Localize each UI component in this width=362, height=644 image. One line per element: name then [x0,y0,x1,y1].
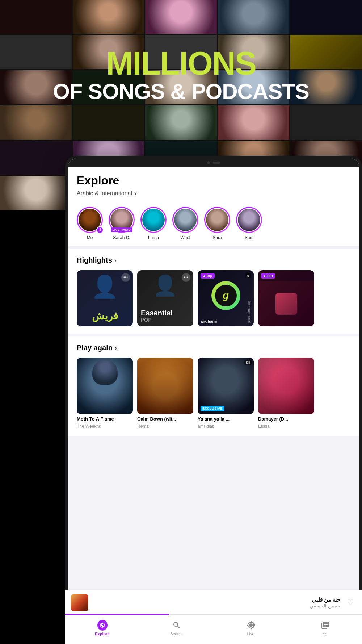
nav-item-explore[interactable]: Explore [65,620,139,636]
highlights-card-essential[interactable]: 👤 Essential POP ••• [137,270,193,326]
play-card-artist-weeknd: The Weeknd [77,424,133,429]
play-card-rema[interactable]: Calm Down (wit... Rema [137,358,193,429]
story-avatar-sara [206,209,228,231]
bg-cell-16 [0,105,72,139]
top4-visual [258,281,314,326]
bg-cell-6 [0,35,72,69]
anghami-label: anghami [201,319,217,323]
bg-cell-26 [0,176,72,210]
now-playing-bar[interactable]: حته من قلبي حسين الجسمي ♡ [65,590,362,615]
now-playing-thumbnail [71,594,88,611]
tablet-mic [213,162,220,164]
bottom-nav: Explore Search Live Yo [65,615,362,644]
top4-badge: top [261,273,275,279]
bg-cell-13 [145,70,217,104]
essential-content: 👤 Essential POP [141,274,190,323]
bg-cell-5 [290,0,362,34]
bg-cell-17 [73,105,144,139]
anghami-logo-inner: g [215,285,237,306]
play-card-elissa[interactable]: Damayer (D... Elissa [258,358,314,429]
highlights-card-fresh[interactable]: 👤 فريش ••• [77,270,133,326]
play-again-title: Play again [77,344,113,352]
highlights-card-anghami[interactable]: top g anghami international q [198,270,254,326]
bg-cell-20 [290,105,362,139]
bg-cell-3 [145,0,217,34]
story-name-me: Me [87,235,93,240]
fresh-arabic-text: فريش [77,310,133,322]
story-sam[interactable]: Sam [236,207,262,240]
bg-cell-18 [145,105,217,139]
nav-label-explore: Explore [95,632,109,636]
story-avatar-wrap-lama [140,207,167,233]
story-me[interactable]: J Me [77,207,103,240]
play-card-amr[interactable]: EXCLUSIVE D8 Ya ana ya la ... amr diab [198,358,254,429]
explore-circle-icon [97,620,108,631]
bg-cell-4 [218,0,290,34]
nav-item-live[interactable]: Live [214,620,288,636]
play-card-img-amr: EXCLUSIVE D8 [198,358,254,414]
now-playing-thumb-art [71,594,88,611]
nav-label-search: Search [170,632,183,636]
heart-icon[interactable]: ♡ [345,597,356,609]
highlights-arrow-icon: › [114,256,117,264]
story-name-sarah: Sarah D. [113,235,130,240]
explore-header: Explore Arabic & International ▾ [68,167,359,202]
nav-label-live: Live [247,632,254,636]
svg-marker-1 [263,275,266,277]
nav-live-icon [246,620,256,630]
bg-cell-15 [290,70,362,104]
fresh-more-icon[interactable]: ••• [121,273,130,282]
story-avatar-wrap-sarah: LIVE RADIO [109,207,135,233]
exclusive-badge: EXCLUSIVE [201,406,224,411]
now-playing-info: حته من قلبي حسين الجسمي [93,597,340,609]
play-card-title-elissa: Damayer (D... [258,416,314,422]
nav-search-icon [172,620,182,630]
anghami-international-text: international [247,301,251,323]
bg-cell-9 [218,35,290,69]
tablet-inner: Explore Arabic & International ▾ J [68,159,359,627]
anghami-top-badge: top [201,273,215,279]
play-card-weeknd[interactable]: Moth To A Flame The Weeknd [77,358,133,429]
story-name-sara: Sara [212,235,222,240]
essential-person-icon: 👤 [153,274,178,297]
essential-main-text: Essential [141,309,190,317]
filter-row[interactable]: Arabic & International ▾ [77,190,350,202]
play-card-img-rema [137,358,193,414]
play-again-section: Play again › Moth To A Flame The Weeknd [68,336,359,436]
story-live-badge: LIVE RADIO [111,227,132,232]
play-again-header: Play again › [77,344,350,352]
filter-label: Arabic & International [77,190,132,197]
nav-item-library[interactable]: Yo [288,620,362,636]
play-again-arrow-icon: › [115,344,117,352]
now-playing-title: حته من قلبي [93,597,340,603]
bg-cell-2 [73,0,144,34]
filter-chevron-icon: ▾ [134,191,137,196]
story-sarah[interactable]: LIVE RADIO Sarah D. [109,207,135,240]
story-wael[interactable]: Wael [172,207,198,240]
bg-cell-1 [0,0,72,34]
play-card-artist-rema: Rema [137,424,193,429]
bg-cell-14 [218,70,290,104]
explore-title: Explore [77,174,350,187]
story-avatar-wael [174,209,197,231]
stories-row: J Me LIVE RADIO Sarah D. [68,202,359,246]
highlights-card-top[interactable]: top [258,270,314,326]
app-content: Explore Arabic & International ▾ J [68,167,359,627]
fresh-person-icon: 👤 [91,274,118,300]
bg-cell-8 [145,35,217,69]
story-avatar-wrap-sara [204,207,230,233]
story-sara[interactable]: Sara [204,207,230,240]
story-name-sam: Sam [245,235,254,240]
highlights-header: Highlights › [77,256,350,264]
play-card-img-weeknd [77,358,133,414]
story-name-wael: Wael [181,235,190,240]
story-lama[interactable]: Lama [140,207,167,240]
tablet-camera [207,161,210,164]
essential-more-icon[interactable]: ••• [182,273,190,282]
highlights-section: Highlights › 👤 فريش ••• 👤 [68,249,359,334]
story-avatar-wrap-sam [236,207,262,233]
nav-item-search[interactable]: Search [139,620,214,636]
nav-label-library: Yo [323,632,327,636]
play-card-artist-elissa: Elissa [258,424,314,429]
content-scroll: Explore Arabic & International ▾ J [68,167,359,627]
